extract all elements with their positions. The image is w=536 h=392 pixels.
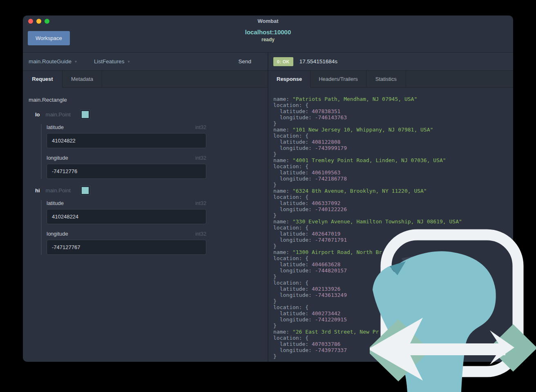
lo-longitude-input[interactable] [47, 164, 206, 179]
method-select[interactable]: ListFeatures [94, 58, 124, 65]
lo-enabled-checkbox[interactable] [80, 110, 90, 119]
duration-label: 17.554151684s [299, 58, 337, 65]
input-label: longitude [47, 231, 68, 237]
request-toolbar: main.RouteGuide ▾ ListFeatures ▾ Send [23, 52, 268, 71]
send-button[interactable]: Send [236, 58, 254, 65]
hi-enabled-checkbox[interactable] [80, 186, 90, 195]
lo-latitude-input[interactable] [47, 133, 206, 148]
input-label: latitude [47, 200, 64, 206]
response-tabs: ResponseHeaders/TrailersStatistics [268, 71, 513, 88]
chevron-down-icon[interactable]: ▾ [75, 59, 77, 64]
response-output: name: "Patriots Path, Mendham, NJ 07945,… [268, 88, 513, 359]
hi-latitude-input[interactable] [47, 209, 206, 224]
request-tabs: RequestMetadata [23, 71, 268, 88]
field-group-hi: himain.Point [35, 185, 262, 195]
message-type-label: main.Rectangle [29, 97, 262, 103]
window-title: Wombat [23, 18, 513, 24]
input-type: int32 [195, 200, 206, 206]
wombat-window: Wombat Workspace localhost:10000 ready m… [23, 16, 513, 362]
field-type: main.Point [46, 187, 71, 194]
header: Workspace localhost:10000 ready [23, 27, 513, 52]
tab-headers-trailers[interactable]: Headers/Trailers [310, 71, 366, 87]
field-name: lo [35, 111, 40, 118]
chevron-down-icon[interactable]: ▾ [127, 59, 130, 64]
tab-metadata[interactable]: Metadata [63, 71, 102, 87]
titlebar: Wombat [23, 16, 513, 27]
response-panel[interactable]: name: "Patriots Path, Mendham, NJ 07945,… [268, 88, 513, 362]
response-toolbar: 0: OK 17.554151684s [268, 52, 513, 71]
input-type: int32 [195, 231, 206, 237]
input-type: int32 [195, 125, 206, 130]
input-label: latitude [47, 124, 64, 130]
service-select[interactable]: main.RouteGuide [29, 58, 71, 65]
tab-request[interactable]: Request [23, 71, 63, 88]
tab-statistics[interactable]: Statistics [366, 71, 406, 87]
connection-status: ready [23, 37, 513, 42]
input-label: longitude [47, 155, 68, 161]
field-name: hi [35, 187, 40, 194]
field-type: main.Point [46, 111, 71, 118]
status-badge: 0: OK [273, 57, 293, 66]
field-group-lo: lomain.Point [35, 109, 262, 119]
input-type: int32 [195, 155, 206, 161]
server-address: localhost:10000 [23, 29, 513, 36]
hi-longitude-input[interactable] [47, 240, 206, 255]
request-panel: main.Rectangle lomain.Pointlatitudeint32… [23, 88, 268, 362]
tab-response[interactable]: Response [268, 71, 310, 88]
